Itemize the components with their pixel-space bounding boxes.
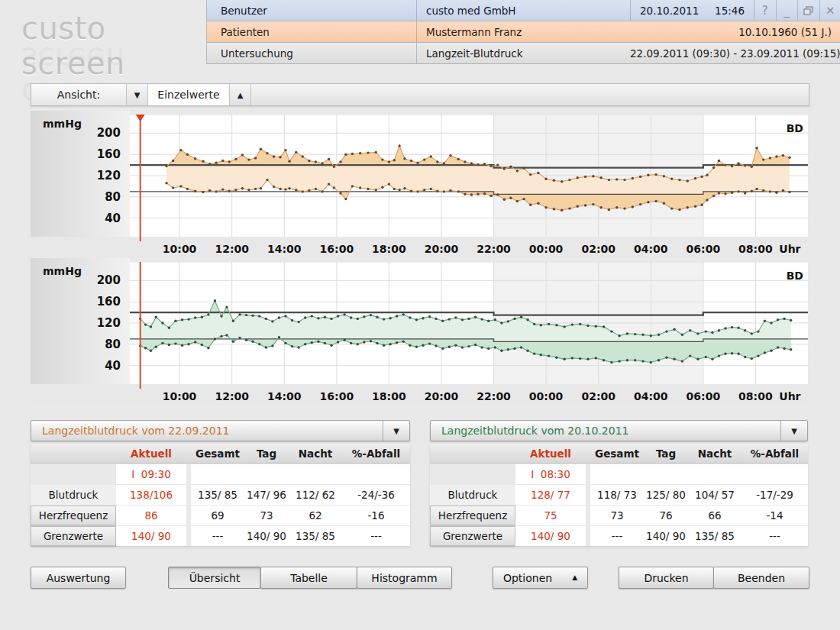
- svg-text:120: 120: [97, 169, 121, 183]
- close-icon[interactable]: ✕: [820, 0, 840, 21]
- value-gesamt: ---: [590, 526, 644, 546]
- y-axis-unit-label: mmHg: [43, 265, 82, 277]
- svg-text:160: 160: [97, 147, 121, 161]
- aktuell-time: I 08:30: [515, 464, 586, 484]
- summary-grid-right: Aktuell Gesamt Tag Nacht %-Abfall I 08:3…: [430, 444, 808, 546]
- svg-text:02:00: 02:00: [581, 390, 615, 402]
- value-aktuell: 75: [515, 506, 586, 525]
- col-aktuell: Aktuell: [116, 447, 186, 460]
- row-label-grenzwerte[interactable]: Grenzwerte: [430, 526, 515, 546]
- aktuell-time: I 09:30: [116, 464, 186, 484]
- bp-chart-previous-exam[interactable]: mmHgBD200160120804010:0012:0014:0016:001…: [31, 111, 809, 257]
- summary-header-row: Aktuell Gesamt Tag Nacht %-Abfall: [31, 444, 410, 464]
- summary-header-row: Aktuell Gesamt Tag Nacht %-Abfall: [430, 444, 808, 464]
- summary-grid-left: Aktuell Gesamt Tag Nacht %-Abfall I 09:3…: [31, 444, 410, 546]
- row-label-blutdruck[interactable]: Blutdruck: [430, 485, 515, 505]
- value-tag: 125/ 80: [644, 485, 688, 505]
- col-nacht: Nacht: [289, 447, 342, 460]
- svg-text:80: 80: [105, 338, 121, 351]
- svg-text:00:00: 00:00: [529, 390, 564, 402]
- svg-text:18:00: 18:00: [372, 390, 406, 402]
- value-gesamt: 69: [191, 506, 244, 525]
- value-abfall: -14: [741, 506, 808, 525]
- row-label-grenzwerte[interactable]: Grenzwerte: [31, 526, 116, 546]
- row-label-herzfrequenz[interactable]: Herzfrequenz: [430, 506, 515, 525]
- value-aktuell: 86: [116, 506, 186, 525]
- value-tag: 76: [644, 506, 688, 525]
- chevron-down-icon[interactable]: ▼: [383, 421, 409, 441]
- col-tag: Tag: [244, 447, 289, 460]
- chevron-down-icon[interactable]: ▼: [780, 421, 807, 441]
- ansicht-dropdown-button[interactable]: ▼: [126, 84, 148, 105]
- series-label-bd: BD: [787, 270, 803, 282]
- svg-text:40: 40: [105, 359, 121, 373]
- row-label-blutdruck[interactable]: Blutdruck: [31, 485, 116, 505]
- col-gesamt: Gesamt: [590, 447, 644, 460]
- svg-text:20:00: 20:00: [425, 390, 459, 402]
- value-tag: 73: [244, 506, 289, 525]
- value-tag: 140/ 90: [244, 526, 289, 546]
- window-controls: ? _ ✕: [754, 0, 840, 21]
- optionen-button[interactable]: Optionen▲: [493, 567, 588, 589]
- minimize-icon[interactable]: _: [777, 0, 799, 21]
- exam-select-right[interactable]: Langzeitblutdruck vom 20.10.2011 ▼: [430, 420, 808, 441]
- svg-text:02:00: 02:00: [581, 243, 615, 255]
- bp-summary-table-right: Langzeitblutdruck vom 20.10.2011 ▼ Aktue…: [430, 420, 808, 546]
- value-abfall: -16: [342, 506, 410, 525]
- svg-text:22:00: 22:00: [477, 243, 511, 255]
- svg-text:08:00: 08:00: [738, 390, 773, 402]
- view-collapse-button[interactable]: ▲: [229, 84, 251, 105]
- table-row: Grenzwerte 140/ 90 --- 140/ 90 135/ 85 -…: [430, 526, 808, 546]
- value-gesamt: ---: [191, 526, 244, 546]
- view-mode-value[interactable]: Einzelwerte: [148, 84, 229, 105]
- col-tag: Tag: [644, 447, 688, 460]
- value-nacht: 135/ 85: [688, 526, 741, 546]
- auswertung-button[interactable]: Auswertung: [31, 567, 126, 589]
- value-nacht: 62: [289, 506, 342, 525]
- svg-text:120: 120: [97, 316, 121, 330]
- histogramm-button[interactable]: Histogramm: [357, 567, 452, 589]
- tabelle-button[interactable]: Tabelle: [260, 567, 357, 589]
- exam-row-label: Untersuchung: [207, 47, 416, 60]
- patient-birthdate: 10.10.1960 (51 J.): [630, 26, 840, 38]
- value-tag: 140/ 90: [644, 526, 688, 546]
- beenden-button[interactable]: Beenden: [713, 567, 809, 589]
- restore-icon[interactable]: [798, 0, 820, 21]
- exam-select-right-label: Langzeitblutdruck vom 20.10.2011: [431, 425, 780, 437]
- svg-text:06:00: 06:00: [687, 243, 721, 255]
- drucken-button[interactable]: Drucken: [619, 567, 714, 589]
- col-gesamt: Gesamt: [191, 447, 244, 460]
- svg-text:04:00: 04:00: [634, 243, 668, 255]
- user-row-label: Benutzer: [207, 5, 416, 17]
- svg-text:14:00: 14:00: [267, 390, 302, 402]
- svg-text:160: 160: [97, 295, 121, 309]
- user-name: custo med GmbH: [416, 0, 630, 21]
- table-row: Herzfrequenz 86 69 73 62 -16: [31, 506, 410, 525]
- current-time: 15:46: [715, 5, 745, 17]
- exam-select-left-label: Langzeitblutdruck vom 22.09.2011: [31, 425, 383, 437]
- value-abfall: -24/-36: [342, 485, 410, 505]
- help-icon[interactable]: ?: [754, 0, 777, 21]
- patient-row-label: Patienten: [207, 26, 416, 38]
- svg-text:06:00: 06:00: [687, 390, 721, 402]
- exam-type: Langzeit-Blutdruck: [416, 43, 630, 63]
- measurement-time-row: I 08:30: [430, 464, 808, 484]
- exam-select-left[interactable]: Langzeitblutdruck vom 22.09.2011 ▼: [31, 420, 410, 441]
- svg-text:08:00: 08:00: [738, 243, 773, 255]
- value-abfall: ---: [741, 526, 808, 546]
- series-label-bd: BD: [787, 122, 803, 134]
- titlebar: Benutzer custo med GmbH 20.10.2011 15:46…: [206, 0, 840, 64]
- bp-chart-current-exam[interactable]: mmHgBD200160120804010:0012:0014:0016:001…: [31, 258, 809, 405]
- bp-summary-table-left: Langzeitblutdruck vom 22.09.2011 ▼ Aktue…: [31, 420, 410, 546]
- svg-text:200: 200: [97, 126, 121, 140]
- value-nacht: 112/ 62: [289, 485, 342, 505]
- col-abfall: %-Abfall: [342, 447, 410, 460]
- value-abfall: ---: [342, 526, 410, 546]
- value-aktuell: 140/ 90: [116, 526, 186, 546]
- value-aktuell: 140/ 90: [515, 526, 586, 546]
- row-label-herzfrequenz[interactable]: Herzfrequenz: [31, 506, 116, 525]
- uebersicht-button[interactable]: Übersicht: [168, 567, 261, 589]
- measurement-time-row: I 09:30: [31, 464, 410, 484]
- svg-text:12:00: 12:00: [215, 390, 249, 402]
- col-nacht: Nacht: [688, 447, 741, 460]
